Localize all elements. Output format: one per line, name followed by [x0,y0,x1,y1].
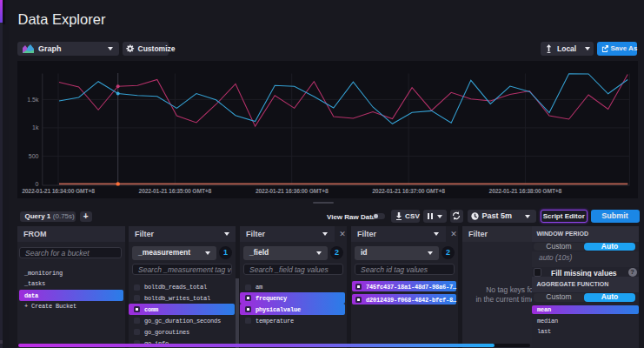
svg-text:0: 0 [36,181,39,187]
svg-text:2022-01-21 16:34:00 GMT+8: 2022-01-21 16:34:00 GMT+8 [22,188,95,194]
svg-text:1k: 1k [32,124,39,130]
svg-text:500: 500 [29,153,39,159]
svg-text:2022-01-21 16:35:00 GMT+8: 2022-01-21 16:35:00 GMT+8 [139,188,212,194]
svg-text:2022-01-21 16:37:00 GMT+8: 2022-01-21 16:37:00 GMT+8 [372,188,445,194]
svg-text:2022-01-21 16:36:00 GMT+8: 2022-01-21 16:36:00 GMT+8 [256,188,329,194]
svg-text:2022-01-21 16:38:00 GMT+8: 2022-01-21 16:38:00 GMT+8 [489,188,562,194]
svg-text:1.5k: 1.5k [27,97,39,103]
